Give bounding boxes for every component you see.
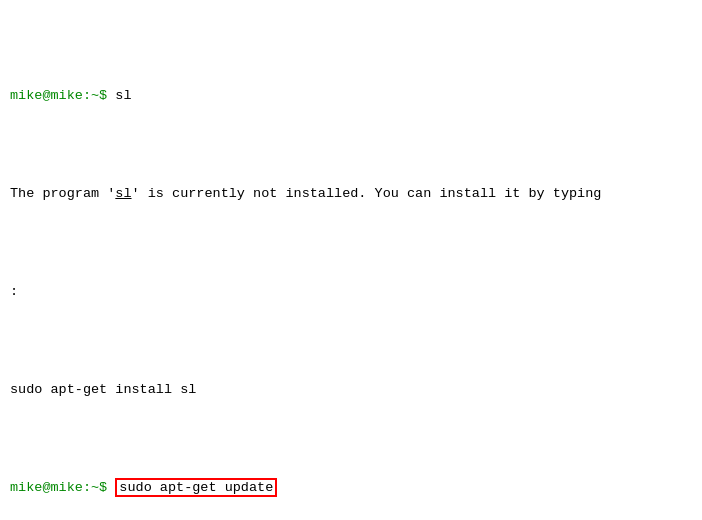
line-4: sudo apt-get install sl bbox=[10, 380, 692, 400]
install-hint: sudo apt-get install sl bbox=[10, 382, 196, 397]
terminal-window: mike@mike:~$ sl The program 'sl' is curr… bbox=[10, 8, 692, 520]
line-3: : bbox=[10, 282, 692, 302]
line-2: The program 'sl' is currently not instal… bbox=[10, 184, 692, 204]
text-program: The program 'sl' is currently not instal… bbox=[10, 186, 601, 201]
line-1: mike@mike:~$ sl bbox=[10, 86, 692, 106]
prompt-2: mike@mike:~$ bbox=[10, 480, 115, 495]
line-5: mike@mike:~$ sudo apt-get update bbox=[10, 478, 692, 498]
prompt: mike@mike:~$ bbox=[10, 88, 115, 103]
cmd-sl: sl bbox=[115, 88, 131, 103]
terminal-output: mike@mike:~$ sl The program 'sl' is curr… bbox=[10, 8, 692, 520]
cmd-box-update: sudo apt-get update bbox=[115, 478, 277, 497]
